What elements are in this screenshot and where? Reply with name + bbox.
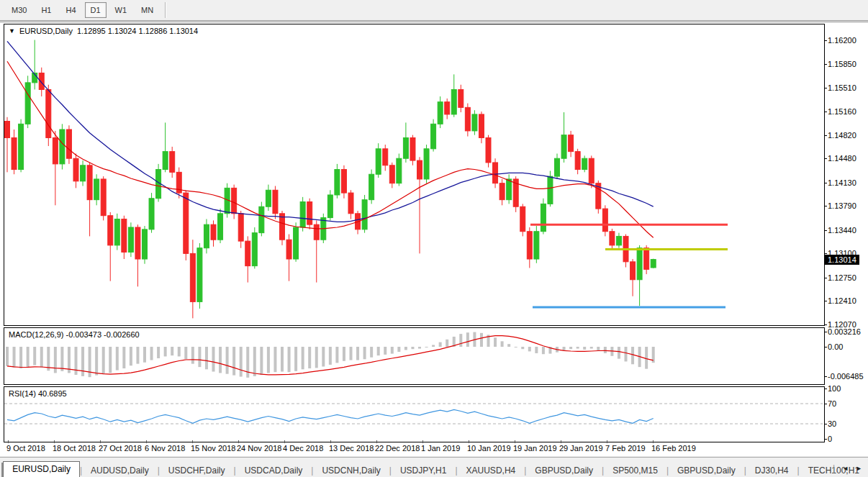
candle-body: [438, 102, 443, 124]
timeframe-toolbar: M30H1H4D1W1MN: [0, 0, 868, 21]
candle-body: [259, 206, 264, 232]
chart-symbol-period: EURUSD,Daily: [19, 27, 73, 35]
macd-bar: [232, 347, 235, 376]
candle-body: [479, 114, 484, 138]
candle-body: [410, 137, 415, 160]
chart-tab-usdcnh-daily[interactable]: USDCNH,Daily: [313, 463, 389, 477]
timeframe-button-d1[interactable]: D1: [85, 2, 107, 18]
candle-body: [445, 102, 450, 114]
price-chart-canvas[interactable]: [4, 24, 823, 324]
chart-tab-usdchf-daily[interactable]: USDCHF,Daily: [160, 463, 234, 477]
rsi-canvas[interactable]: [4, 387, 823, 440]
macd-bar: [184, 347, 187, 359]
macd-bar: [40, 347, 43, 368]
candle-body: [458, 89, 464, 107]
macd-bar: [411, 347, 414, 349]
candle-body: [610, 232, 615, 245]
candle-body: [204, 224, 209, 248]
candle-body: [327, 195, 333, 218]
chart-tab-usdcad-daily[interactable]: USDCAD,Daily: [236, 463, 312, 477]
macd-bar: [535, 347, 538, 353]
chart-tab-xauusd-h4[interactable]: XAUUSD,H4: [458, 463, 525, 477]
candle-body: [218, 214, 223, 240]
macd-indicator-panel[interactable]: MACD(12,26,9) -0.003473 -0.002660: [4, 327, 825, 385]
candle-body: [294, 227, 299, 259]
rsi-tick-label: 30: [828, 419, 836, 428]
candle-body: [389, 165, 394, 183]
macd-bar: [577, 347, 579, 349]
candle-body: [582, 158, 587, 169]
macd-label: MACD(12,26,9) -0.003473 -0.002660: [9, 330, 140, 339]
date-tick-mark: [238, 440, 239, 443]
candle-body: [314, 224, 319, 240]
macd-bar: [645, 347, 648, 369]
candle-body: [46, 89, 51, 137]
timeframe-button-h1[interactable]: H1: [35, 2, 57, 18]
price-tick-label: 1.15160: [828, 107, 856, 116]
macd-bar: [253, 347, 256, 376]
rsi-indicator-panel[interactable]: RSI(14) 40.6895: [4, 386, 825, 442]
macd-bar: [157, 347, 160, 358]
macd-bar: [294, 347, 297, 371]
candle-body: [589, 158, 594, 183]
price-axis[interactable]: 1.13014 1.162001.158501.155101.151601.14…: [825, 0, 868, 455]
date-tick-mark: [8, 440, 9, 443]
macd-bar: [521, 347, 524, 349]
symbol-dropdown-icon[interactable]: ▼: [9, 27, 15, 35]
macd-bar: [171, 347, 173, 355]
rsi-tick-label: 100: [828, 384, 841, 393]
candle-body: [507, 179, 512, 200]
macd-bar: [33, 347, 36, 365]
timeframe-button-h4[interactable]: H4: [60, 2, 81, 18]
timeframe-button-m30[interactable]: M30: [6, 2, 32, 18]
macd-bar: [425, 347, 428, 347]
candle-body: [163, 152, 168, 170]
date-label: 27 Oct 2018: [99, 444, 142, 453]
candle-body: [431, 124, 436, 148]
macd-bar: [205, 347, 208, 369]
candle-body: [81, 165, 86, 181]
candle-body: [499, 183, 505, 200]
candle-body: [383, 149, 388, 165]
macd-bar: [315, 347, 318, 368]
date-axis[interactable]: 9 Oct 201818 Oct 201827 Oct 20186 Nov 20…: [4, 441, 825, 455]
candle-body: [60, 130, 65, 164]
macd-bar: [109, 347, 112, 373]
price-tick-label: 1.14130: [828, 178, 856, 187]
candle-body: [362, 200, 367, 230]
candle-body: [348, 193, 353, 214]
macd-bar: [13, 347, 16, 368]
macd-bar: [198, 347, 201, 367]
rsi-line: [7, 409, 654, 423]
candle-body: [602, 209, 607, 232]
timeframe-button-w1[interactable]: W1: [109, 2, 133, 18]
macd-bar: [164, 347, 167, 356]
date-label: 7 Feb 2019: [605, 444, 646, 453]
chart-tab-usdjpy-h1[interactable]: USDJPY,H1: [392, 463, 455, 477]
candle-body: [520, 206, 525, 231]
chart-tab-gbpusd-daily[interactable]: GBPUSD,Daily: [669, 463, 744, 477]
candle-body: [417, 160, 422, 179]
timeframe-button-mn[interactable]: MN: [135, 2, 159, 18]
candle-body: [245, 241, 250, 265]
chart-tab-sp500-m15[interactable]: SP500,M15: [604, 463, 666, 477]
chart-tab-eurusd-daily[interactable]: EURUSD,Daily: [3, 461, 80, 477]
candle-body: [211, 224, 216, 240]
macd-bar: [384, 347, 386, 355]
chart-tab-audusd-daily[interactable]: AUDUSD,Daily: [82, 463, 158, 477]
candle-body: [548, 176, 553, 204]
candle-body: [232, 188, 237, 213]
macd-bar: [363, 347, 366, 359]
tab-scroll-right-icon[interactable]: ►: [856, 465, 862, 472]
chart-tab-dj30-h4[interactable]: DJ30,H4: [746, 463, 797, 477]
macd-bar: [102, 347, 105, 374]
macd-bar: [631, 347, 634, 364]
tab-scroll-left-icon[interactable]: ◄: [842, 465, 849, 472]
macd-bar: [583, 347, 586, 350]
price-chart-panel[interactable]: ▼ EURUSD,Daily 1.12895 1.13024 1.12886 1…: [4, 24, 825, 326]
macd-bar: [81, 347, 84, 376]
date-label: 6 Nov 2018: [145, 444, 185, 453]
chart-tab-gbpusd-daily[interactable]: GBPUSD,Daily: [526, 463, 602, 477]
macd-bar: [116, 347, 119, 371]
macd-bar: [122, 347, 125, 368]
